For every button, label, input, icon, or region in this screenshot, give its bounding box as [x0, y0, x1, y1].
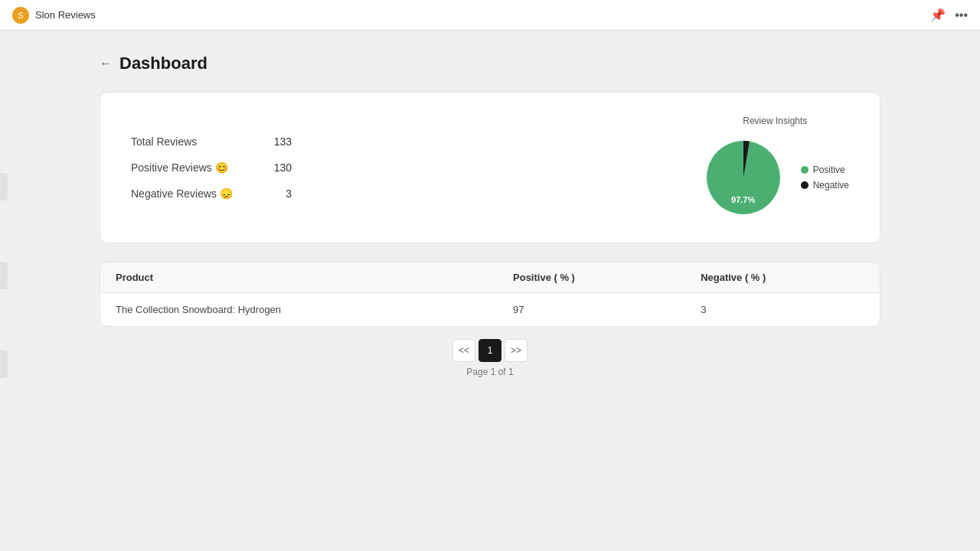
cell-positive: 97	[498, 293, 685, 327]
pagination-controls: << 1 >>	[452, 339, 528, 362]
legend-item-positive: Positive	[801, 165, 849, 175]
pin-icon[interactable]: 📌	[930, 8, 946, 22]
table-body: The Collection Snowboard: Hydrogen 97 3	[100, 293, 880, 327]
col-product: Product	[100, 262, 498, 293]
col-positive: Positive ( % )	[498, 262, 685, 293]
table-row: The Collection Snowboard: Hydrogen 97 3	[100, 293, 880, 327]
summary-card: Total Reviews 133 Positive Reviews 😊 130…	[100, 92, 880, 243]
table-card: Product Positive ( % ) Negative ( % ) Th…	[100, 262, 880, 327]
current-page-button[interactable]: 1	[479, 339, 501, 362]
stat-label-positive: Positive Reviews 😊	[131, 161, 228, 174]
pie-label: 97.7%	[731, 195, 755, 204]
stat-value-negative: 3	[286, 187, 292, 200]
more-options-icon[interactable]: •••	[955, 8, 968, 22]
page-title: Dashboard	[119, 54, 207, 73]
chart-container: 97.7% Positive Negative	[701, 135, 849, 220]
sidebar-tab-bottom[interactable]	[0, 350, 8, 378]
topbar-left: S Slon Reviews	[12, 7, 96, 24]
page-info: Page 1 of 1	[466, 367, 513, 377]
stat-label-negative: Negative Reviews 😞	[131, 187, 233, 200]
sidebar-tab-top[interactable]	[0, 173, 8, 201]
prev-page-button[interactable]: <<	[452, 339, 475, 362]
legend-item-negative: Negative	[801, 180, 849, 191]
chart-section: Review Insights 97.7%	[701, 116, 849, 220]
stat-row-positive: Positive Reviews 😊 130	[131, 161, 292, 174]
data-table: Product Positive ( % ) Negative ( % ) Th…	[100, 262, 880, 326]
stat-value-positive: 130	[274, 161, 292, 174]
cell-product: The Collection Snowboard: Hydrogen	[100, 293, 498, 327]
main-content: ← Dashboard Total Reviews 133 Positive R…	[69, 31, 911, 400]
sidebar-tab-mid[interactable]	[0, 262, 8, 289]
pie-chart: 97.7%	[701, 135, 786, 220]
back-button[interactable]: ←	[100, 57, 112, 70]
stat-row-negative: Negative Reviews 😞 3	[131, 187, 292, 200]
stat-label-total: Total Reviews	[131, 135, 197, 148]
pagination: << 1 >> Page 1 of 1	[100, 339, 880, 377]
next-page-button[interactable]: >>	[505, 339, 528, 362]
cell-negative: 3	[685, 293, 880, 327]
legend-dot-positive	[801, 166, 808, 174]
pie-svg	[701, 135, 786, 220]
chart-title: Review Insights	[743, 116, 807, 126]
stat-row-total: Total Reviews 133	[131, 135, 292, 148]
legend: Positive Negative	[801, 165, 849, 191]
sidebar-hints	[0, 173, 8, 378]
table-header-row: Product Positive ( % ) Negative ( % )	[100, 262, 880, 293]
table-head: Product Positive ( % ) Negative ( % )	[100, 262, 880, 293]
app-icon: S	[12, 7, 29, 24]
col-negative: Negative ( % )	[685, 262, 880, 293]
stats-section: Total Reviews 133 Positive Reviews 😊 130…	[131, 135, 292, 200]
page-header: ← Dashboard	[100, 54, 880, 73]
legend-label-negative: Negative	[813, 180, 849, 191]
topbar: S Slon Reviews 📌 •••	[0, 0, 980, 31]
stat-value-total: 133	[274, 135, 292, 148]
legend-dot-negative	[801, 181, 808, 189]
topbar-right: 📌 •••	[930, 8, 968, 22]
app-title: Slon Reviews	[35, 9, 96, 21]
legend-label-positive: Positive	[813, 165, 845, 175]
